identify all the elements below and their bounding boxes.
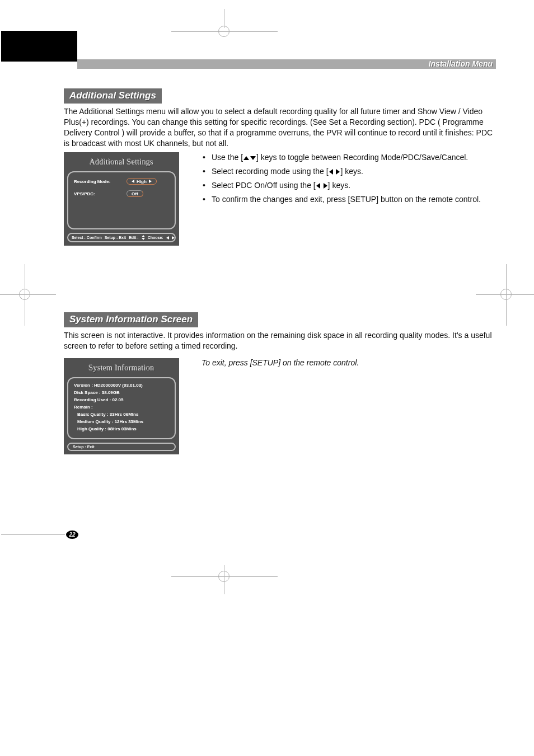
crop-mark-left (11, 281, 39, 309)
osd-additional-settings: Additional Settings Recording Mode: High… (64, 152, 179, 246)
intro-text-system-information: This screen is not interactive. It provi… (64, 330, 495, 351)
page-number-badge: 22 (66, 530, 78, 539)
osd-title: System Information (68, 364, 175, 373)
instruction-text: Use the [ (212, 153, 243, 162)
instruction-item: To confirm the changes and exit, press [… (212, 194, 495, 205)
crop-mark-top (210, 20, 237, 47)
triangle-right-icon (149, 180, 152, 183)
osd-info-basic: Basic Quality : 33Hrs 06MIns (74, 412, 169, 417)
osd-label: Recording Mode: (74, 179, 122, 184)
instruction-text: ] keys. (340, 167, 363, 176)
instruction-text: ] keys. (328, 181, 350, 190)
crop-mark-bottom (210, 565, 237, 592)
osd-info-remain: Remain : (74, 405, 169, 410)
header-title: Installation Menu (429, 59, 493, 68)
arrow-left-icon (329, 169, 333, 175)
intro-text-additional-settings: The Additional Settings menu will allow … (64, 106, 495, 149)
page-rule (1, 534, 65, 535)
triangle-left-icon (132, 180, 134, 183)
osd-label: VPS/PDC: (74, 191, 122, 196)
arrow-left-icon (316, 183, 320, 189)
osd-value-recording-mode: High (127, 178, 157, 185)
instruction-item: Use the [] keys to toggle between Record… (212, 152, 495, 163)
crop-mark-right (493, 281, 521, 309)
osd-title: Additional Settings (68, 158, 175, 167)
section-bar-additional-settings: Additional Settings (64, 88, 162, 104)
updown-arrows-icon (142, 235, 145, 240)
arrow-right-icon (336, 169, 340, 175)
instruction-item: Select recording mode using the [ ] keys… (212, 166, 495, 177)
osd-info-version: Version : HD2000000V (03.01.03) (74, 383, 169, 388)
osd-footer: Select : Confirm Setup : Exit Edit : Cho… (67, 233, 176, 242)
instruction-text: ] keys to toggle between Recording Mode/… (256, 153, 468, 162)
triangle-right-icon (172, 236, 175, 240)
osd-system-information: System Information Version : HD2000000V … (64, 358, 179, 454)
instruction-text: Select PDC On/Off using the [ (212, 181, 316, 190)
section-bar-system-information: System Information Screen (64, 312, 198, 327)
instruction-item: Select PDC On/Off using the [ ] keys. (212, 180, 495, 191)
instructions-system-information: To exit, press [SETUP] on the remote con… (202, 358, 495, 454)
osd-info-medium: Medium Quality : 12Hrs 33Mins (74, 419, 169, 424)
osd-value-vps: Off (127, 190, 143, 197)
instruction-text: Select recording mode using the [ (212, 167, 329, 176)
osd-footer-edit: Edit : (129, 236, 139, 240)
osd-footer: Setup : Exit (67, 443, 176, 451)
triangle-left-icon (166, 236, 169, 240)
arrow-up-icon (243, 156, 249, 160)
osd-footer-setup: Setup : Exit (105, 236, 127, 240)
osd-row-recording-mode: Recording Mode: High (74, 178, 169, 185)
osd-footer-select: Select : Confirm (72, 236, 102, 240)
instructions-additional-settings: Use the [] keys to toggle between Record… (202, 152, 495, 246)
osd-info-disk: Disk Space : 38.09GB (74, 390, 169, 395)
osd-footer-choose: Choose: (148, 236, 163, 240)
osd-row-vps-pdc: VPS/PDC: Off (74, 190, 169, 197)
arrow-right-icon (324, 183, 327, 189)
osd-info-high: High Quality : 08Hrs 03Mins (74, 426, 169, 431)
exit-note: To exit, press [SETUP] on the remote con… (202, 358, 495, 367)
osd-value-text: High (137, 179, 147, 184)
arrow-down-icon (250, 156, 256, 160)
osd-value-text: Off (132, 191, 138, 196)
osd-info-rec-used: Recording Used : 02.05 (74, 397, 169, 402)
header-black-box (1, 31, 77, 62)
